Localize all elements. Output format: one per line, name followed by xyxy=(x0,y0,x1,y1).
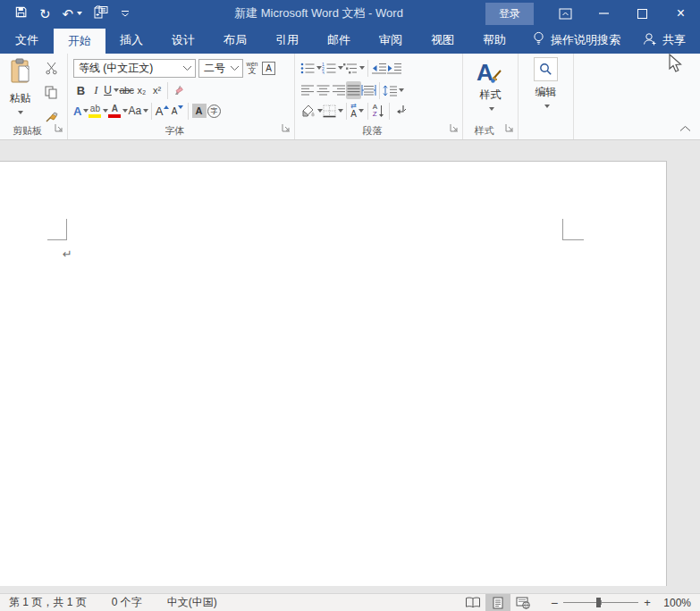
change-case-caret[interactable] xyxy=(143,109,148,113)
borders-caret[interactable] xyxy=(338,109,343,113)
margin-crop-mark-right xyxy=(562,219,584,240)
italic-button[interactable]: I xyxy=(89,81,104,99)
line-spacing-caret[interactable] xyxy=(399,88,404,92)
tab-review[interactable]: 审阅 xyxy=(365,27,417,54)
paragraph-dialog-launcher[interactable] xyxy=(450,120,459,136)
sign-in-button[interactable]: 登录 xyxy=(485,3,534,25)
align-center-button[interactable] xyxy=(316,81,331,99)
page-number-status[interactable]: 第 1 页，共 1 页 xyxy=(5,595,90,610)
font-color-button[interactable]: A xyxy=(108,102,128,120)
font-dialog-launcher[interactable] xyxy=(282,120,291,136)
clipboard-dialog-launcher[interactable] xyxy=(55,120,63,136)
underline-button[interactable]: U xyxy=(104,81,119,99)
tab-layout[interactable]: 布局 xyxy=(209,27,261,54)
styles-button[interactable]: 样式 A 样式 xyxy=(463,57,518,111)
paste-dropdown-caret[interactable] xyxy=(18,111,23,114)
maximize-button[interactable] xyxy=(623,0,662,27)
zoom-in-button[interactable]: + xyxy=(641,596,654,609)
change-case-glyph: Aa xyxy=(128,105,141,117)
multilevel-list-button[interactable] xyxy=(343,59,365,77)
touch-mouse-mode-icon[interactable] xyxy=(94,5,109,22)
font-name-combo[interactable]: 等线 (中文正文) xyxy=(73,59,196,78)
undo-button[interactable]: ↶ xyxy=(63,7,83,21)
copy-button[interactable] xyxy=(41,83,61,101)
enclose-characters-button[interactable]: 字 xyxy=(207,102,222,120)
web-layout-button[interactable] xyxy=(510,594,536,611)
highlight-color-bar xyxy=(89,114,101,118)
zoom-slider-thumb[interactable] xyxy=(596,598,601,607)
font-size-combo[interactable]: 二号 xyxy=(198,59,243,78)
tab-home[interactable]: 开始 xyxy=(54,29,105,54)
text-effects-button[interactable]: A xyxy=(73,102,89,120)
editing-button[interactable]: 编辑 xyxy=(519,57,573,108)
group-paragraph: 123 ⇄ xyxy=(295,54,463,139)
zoom-out-button[interactable]: − xyxy=(548,596,561,610)
clear-formatting-button[interactable] xyxy=(171,81,186,99)
undo-dropdown-caret[interactable] xyxy=(77,12,82,15)
tab-insert[interactable]: 插入 xyxy=(105,27,157,54)
tab-mailings[interactable]: 邮件 xyxy=(313,27,365,54)
word-count-status[interactable]: 0 个字 xyxy=(108,595,146,610)
change-case-button[interactable]: Aa xyxy=(128,102,148,120)
tell-me-search[interactable]: 操作说明搜索 xyxy=(533,27,620,54)
collapse-ribbon-button[interactable] xyxy=(679,120,691,136)
superscript-button[interactable]: x² xyxy=(149,81,164,99)
read-mode-button[interactable] xyxy=(460,594,485,611)
borders-button[interactable] xyxy=(323,102,343,120)
underline-dropdown-caret[interactable] xyxy=(114,88,119,92)
subscript-button[interactable]: x₂ xyxy=(134,81,149,99)
font-name-chevron-icon[interactable] xyxy=(182,62,192,74)
tab-file[interactable]: 文件 xyxy=(0,27,54,54)
paste-button[interactable]: 粘贴 xyxy=(4,58,36,122)
styles-dialog-launcher[interactable] xyxy=(505,120,514,136)
show-hide-marks-button[interactable] xyxy=(392,102,408,120)
tab-help[interactable]: 帮助 xyxy=(468,27,520,54)
justify-button[interactable] xyxy=(346,81,361,99)
distributed-button[interactable] xyxy=(361,81,376,99)
grow-font-button[interactable]: A xyxy=(155,102,170,120)
paste-label: 粘贴 xyxy=(10,91,31,106)
bullets-button[interactable] xyxy=(300,59,322,77)
decrease-indent-button[interactable] xyxy=(371,59,386,77)
tab-view[interactable]: 视图 xyxy=(417,27,468,54)
share-button[interactable]: 共享 xyxy=(643,27,700,54)
divider xyxy=(151,103,152,120)
character-border-button[interactable]: A xyxy=(261,59,276,77)
zoom-level[interactable]: 100% xyxy=(654,597,691,609)
ribbon-display-options-button[interactable] xyxy=(546,0,585,27)
asian-layout-caret[interactable] xyxy=(358,109,364,113)
shading-button[interactable] xyxy=(300,102,323,120)
line-spacing-button[interactable] xyxy=(383,81,404,99)
print-layout-button[interactable] xyxy=(485,594,510,611)
customize-qat-chevron-icon[interactable] xyxy=(121,5,130,21)
minimize-button[interactable] xyxy=(585,0,623,27)
numbering-button[interactable]: 123 xyxy=(322,59,343,77)
text-highlight-button[interactable]: ab xyxy=(89,102,108,120)
grow-font-glyph: A xyxy=(156,105,168,118)
align-left-button[interactable] xyxy=(300,81,316,99)
font-size-chevron-icon[interactable] xyxy=(230,62,240,74)
increase-indent-button[interactable] xyxy=(386,59,401,77)
strikethrough-button[interactable]: abc xyxy=(119,81,134,99)
multilevel-caret[interactable] xyxy=(359,66,365,70)
character-shading-button[interactable]: A xyxy=(191,102,207,120)
sort-button[interactable]: A Z xyxy=(371,102,386,120)
editing-caret[interactable] xyxy=(544,105,550,108)
shrink-font-button[interactable]: A xyxy=(170,102,185,120)
close-button[interactable]: × xyxy=(662,0,700,27)
styles-button-label: 样式 xyxy=(480,88,502,103)
zoom-slider[interactable] xyxy=(563,598,638,607)
language-status[interactable]: 中文(中国) xyxy=(164,595,221,610)
styles-caret[interactable] xyxy=(489,107,494,111)
tab-references[interactable]: 引用 xyxy=(261,27,313,54)
save-icon[interactable] xyxy=(14,5,28,22)
cut-button[interactable] xyxy=(41,59,61,77)
phonetic-guide-button[interactable]: wén 文 xyxy=(243,58,261,78)
quick-access-toolbar: ↻ ↶ xyxy=(0,5,152,22)
tab-design[interactable]: 设计 xyxy=(157,27,209,54)
repeat-icon[interactable]: ↻ xyxy=(39,7,51,21)
asian-layout-button[interactable]: ⇄ A xyxy=(350,102,365,120)
document-page[interactable]: ↵ xyxy=(0,161,667,586)
align-right-button[interactable] xyxy=(331,81,346,99)
bold-button[interactable]: B xyxy=(73,81,89,99)
